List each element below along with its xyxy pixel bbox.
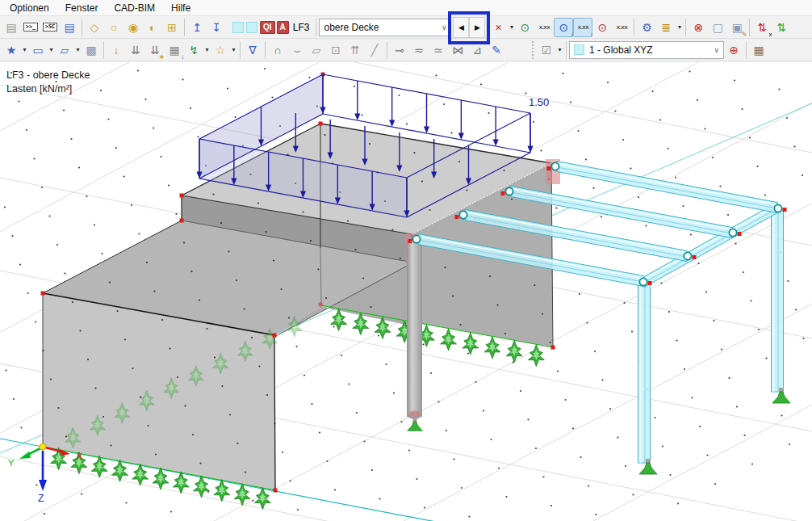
axes-y-icon[interactable]: ⇅ <box>772 18 791 37</box>
script-console-icon[interactable]: >SC <box>40 18 60 37</box>
previous-loadcase-button[interactable]: ◀ <box>453 17 469 38</box>
separator <box>749 19 750 36</box>
hinge-release-icon[interactable]: ≃ <box>429 40 448 60</box>
next-loadcase-button[interactable]: ▶ <box>469 17 485 38</box>
select-freeform-icon[interactable]: ◐ <box>143 18 162 37</box>
menu-item-cad-bim[interactable]: CAD-BIM <box>106 1 163 15</box>
dropdown-arrow-icon[interactable]: ▾ <box>21 46 28 53</box>
select-ring-icon[interactable]: ◉ <box>123 18 143 37</box>
loadcase-color-swatch-1[interactable] <box>232 22 244 33</box>
result-values-glyph: x.xx <box>617 24 628 31</box>
new-surface-icon-group: ▱▾ <box>55 40 82 60</box>
dropdown-arrow-icon[interactable]: ▾ <box>676 23 683 31</box>
solid-model-icon[interactable]: ▣✎ <box>727 18 747 37</box>
loadcase-combo[interactable]: obere Decke∨ <box>319 19 451 36</box>
calculation-icon-group: ≣▾ <box>656 18 683 37</box>
data-list-icon[interactable]: ▤ <box>60 18 79 37</box>
chevron-down-icon: ∨ <box>714 46 719 54</box>
solid-cube-icon[interactable]: ⊡ <box>326 40 345 60</box>
new-line-glyph: ▭ <box>32 44 43 56</box>
menu-item-fenster[interactable]: Fenster <box>57 1 107 15</box>
member-load-icon[interactable]: ⇊ <box>126 40 145 60</box>
load-value-label: 1.50 <box>529 96 549 108</box>
dropdown-arrow-icon[interactable]: ▾ <box>556 46 563 53</box>
dropdown-arrow-icon[interactable]: ▾ <box>230 46 237 53</box>
script-console-glyph: >SC <box>43 23 58 32</box>
toolbar-insert: ★▾▭▾▱▾▩↓⇊⇊★▦↓↯▾☆▾∇∩⌣▱⊡⇈╱⊸≂≃⋈⊿✎☑▾1 - Glob… <box>0 39 812 61</box>
command-line-icon[interactable]: >>_ <box>21 18 40 37</box>
show-load-values-toggle[interactable]: x.xx↓ <box>573 18 592 37</box>
ucs-icon[interactable]: ⊕ <box>724 40 743 60</box>
dropdown-arrow-icon[interactable]: ▾ <box>74 46 82 53</box>
wedge-release-icon[interactable]: ⊿ <box>467 40 487 60</box>
tables-icon[interactable]: ▦ <box>749 40 768 60</box>
menu-item-optionen[interactable]: Optionen <box>2 1 57 15</box>
panel-control-icon[interactable]: ▤ <box>2 18 21 37</box>
model-canvas: 1.50 X Y Z LF3 - obere Decke Lasten [kN/… <box>0 62 812 521</box>
select-window-icon[interactable]: ⊞ <box>162 18 182 37</box>
select-ellipse-icon[interactable]: ○ <box>104 18 123 37</box>
edit-surface-icon[interactable]: ✎ <box>487 40 506 60</box>
member-release-icon[interactable]: ⊸ <box>390 40 409 60</box>
result-values-icon[interactable]: x.xx <box>612 18 631 37</box>
new-solid-glyph: ▩ <box>86 44 96 56</box>
cable-member-icon[interactable]: ⌣ <box>287 40 307 60</box>
show-results-icon[interactable]: ⊙ <box>592 18 612 37</box>
surface-load-glyph: ▦ <box>169 44 179 56</box>
select-polygon-icon[interactable]: ◇ <box>85 18 104 37</box>
nodal-load-glyph: ↓ <box>114 44 119 56</box>
paste-above-icon[interactable]: ↥ <box>187 18 207 37</box>
delete-loadcase-glyph: × <box>495 22 501 33</box>
dotted-separator <box>532 41 534 59</box>
line-member-glyph: ╱ <box>371 44 378 56</box>
delete-loadcase-icon[interactable]: × <box>488 18 508 37</box>
line-release-icon[interactable]: ≂ <box>409 40 429 60</box>
coordinate-system-combo[interactable]: 1 - Global XYZ∨ <box>569 41 724 59</box>
dropdown-arrow-icon[interactable]: ▾ <box>203 46 211 53</box>
ucs-glyph: ⊕ <box>729 44 739 56</box>
separator <box>103 41 104 59</box>
calculation-icon[interactable]: ≣ <box>656 18 676 37</box>
arc-member-icon[interactable]: ∩ <box>268 40 287 60</box>
dropdown-arrow-icon[interactable]: ▾ <box>48 46 55 53</box>
new-surface-icon[interactable]: ▱ <box>55 40 74 60</box>
load-values-cursor-icon[interactable]: x.xx <box>534 18 554 37</box>
load-by-click-icon[interactable]: ⊙ <box>515 18 534 37</box>
surface-load-icon[interactable]: ▦↓ <box>165 40 184 60</box>
separator <box>82 19 82 36</box>
loadcase-color-swatch-2[interactable] <box>246 22 257 33</box>
y-axis-label: Y <box>8 458 15 468</box>
zoom-cancel-icon[interactable]: ⊗ <box>689 18 708 37</box>
axes-x-icon[interactable]: ⇅x <box>752 18 772 37</box>
separator <box>184 19 185 36</box>
cable-member-glyph: ⌣ <box>293 44 300 56</box>
show-loads-toggle[interactable]: ⊙↓ <box>554 18 573 37</box>
load-generator-icon[interactable]: ☆ <box>211 40 230 60</box>
viewport-3d[interactable]: 1.50 X Y Z LF3 - obere Decke Lasten [kN/… <box>0 62 812 521</box>
elevation-icon[interactable]: ⇈ <box>345 40 365 60</box>
wireframe-model-icon[interactable]: ▢ <box>708 18 727 37</box>
filter-icon[interactable]: ∇ <box>243 40 262 60</box>
filter-glyph: ∇ <box>249 44 256 56</box>
nodal-load-icon[interactable]: ↓ <box>107 40 126 60</box>
member-load-star-icon[interactable]: ⇊★ <box>145 40 165 60</box>
new-line-icon-group: ▭▾ <box>28 40 55 60</box>
select-window-glyph: ⊞ <box>167 22 177 33</box>
surface-plane-icon[interactable]: ▱ <box>307 40 326 60</box>
combo-content: 1 - Global XYZ <box>574 44 653 56</box>
dropdown-arrow-icon[interactable]: ▾ <box>508 23 515 31</box>
new-solid-icon[interactable]: ▩ <box>82 40 101 60</box>
visibility-mode-icon[interactable]: ☑ <box>537 40 556 60</box>
separator <box>265 41 266 59</box>
line-release-glyph: ≂ <box>414 44 424 56</box>
new-node-icon[interactable]: ★ <box>2 40 21 60</box>
new-line-icon[interactable]: ▭ <box>28 40 48 60</box>
separator <box>240 41 241 59</box>
paste-below-icon[interactable]: ↧ <box>207 18 226 37</box>
line-member-icon[interactable]: ╱ <box>365 40 384 60</box>
imperfection-icon[interactable]: ↯ <box>184 40 203 60</box>
scissor-release-icon[interactable]: ⋈ <box>448 40 467 60</box>
menu-item-hilfe[interactable]: Hilfe <box>163 1 199 15</box>
display-properties-icon[interactable]: ⚙ <box>637 18 656 37</box>
load-generator-icon-group: ☆▾ <box>211 40 237 60</box>
